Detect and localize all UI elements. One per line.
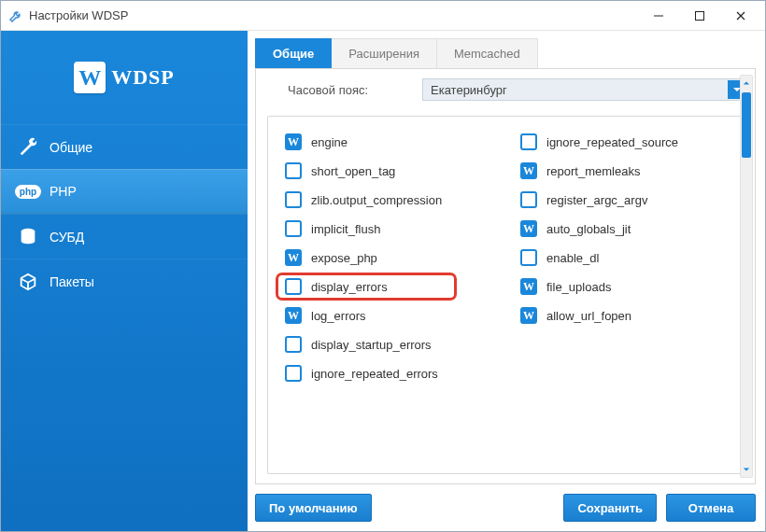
option-label: display_errors [311,280,388,294]
logo: W WDSP [1,31,248,124]
button-label: Отмена [688,501,733,515]
checkbox[interactable] [285,336,302,353]
scrollbar-thumb[interactable] [742,92,751,158]
option-label: short_open_tag [311,164,395,178]
window-title: Настройки WDSP [29,8,128,22]
option-auto-globals-jit[interactable]: auto_globals_jit [520,220,737,237]
option-label: engine [311,135,348,149]
tab-label: Memcached [454,47,520,61]
option-zlib-output-compression[interactable]: zlib.output_compression [285,191,502,208]
logo-text: WDSP [111,65,175,90]
default-button[interactable]: По умолчанию [255,494,372,522]
main-panel: Общие Расширения Memcached Часовой пояс:… [248,31,765,531]
sidebar-item-label: СУБД [50,230,84,245]
option-label: zlib.output_compression [311,193,442,207]
option-short-open-tag[interactable]: short_open_tag [285,162,502,179]
checkbox[interactable] [520,307,537,324]
svg-rect-1 [696,11,704,20]
checkbox[interactable] [520,191,537,208]
sidebar-item-label: Пакеты [50,274,94,289]
tab-extensions[interactable]: Расширения [332,38,437,68]
logo-badge: W [74,62,106,93]
sidebar-item-label: Общие [50,140,92,155]
option-label: implicit_flush [311,222,380,236]
option-label: log_errors [311,309,366,323]
sidebar-item-general[interactable]: Общие [1,124,248,169]
maximize-button[interactable] [679,2,720,30]
scroll-up-icon[interactable] [741,76,752,91]
checkbox[interactable] [285,191,302,208]
tab-general[interactable]: Общие [255,38,332,68]
option-display-errors[interactable]: display_errors [285,278,502,295]
checkbox[interactable] [520,220,537,237]
option-ignore-repeated-errors[interactable]: ignore_repeated_errors [285,365,502,382]
minimize-button[interactable] [638,2,679,30]
wrench-icon [18,137,38,158]
tab-label: Расширения [348,47,419,61]
titlebar: Настройки WDSP [1,1,765,31]
option-label: display_startup_errors [311,338,432,352]
option-label: expose_php [311,251,377,265]
option-expose-php[interactable]: expose_php [285,249,502,266]
sidebar-item-packages[interactable]: Пакеты [1,259,248,303]
timezone-value: Екатеринбург [431,83,507,97]
checkbox[interactable] [520,278,537,295]
php-options-box: engineignore_repeated_sourceshort_open_t… [267,116,749,474]
save-button[interactable]: Сохранить [563,494,657,522]
checkbox[interactable] [285,365,302,382]
settings-window: Настройки WDSP W WDSP Общие [0,0,766,532]
tab-memcached[interactable]: Memcached [437,38,538,68]
tabs: Общие Расширения Memcached [248,38,756,68]
option-display-startup-errors[interactable]: display_startup_errors [285,336,502,353]
scroll-down-icon[interactable] [741,462,752,477]
checkbox[interactable] [285,162,302,179]
timezone-label: Часовой пояс: [288,83,409,97]
option-report-memleaks[interactable]: report_memleaks [520,162,737,179]
option-label: file_uploads [546,280,611,294]
checkbox[interactable] [285,220,302,237]
sidebar-item-db[interactable]: СУБД [1,214,248,259]
checkbox[interactable] [520,249,537,266]
checkbox[interactable] [285,307,302,324]
wrench-icon [8,8,23,23]
option-engine[interactable]: engine [285,133,502,150]
option-ignore-repeated-source[interactable]: ignore_repeated_source [520,133,737,150]
close-button[interactable] [720,2,761,30]
svg-rect-0 [654,15,663,16]
tab-label: Общие [273,47,314,61]
button-label: По умолчанию [269,501,358,515]
php-icon: php [18,181,38,202]
package-icon [18,272,38,292]
cancel-button[interactable]: Отмена [666,494,756,522]
footer-buttons: По умолчанию Сохранить Отмена [248,484,756,522]
option-label: allow_url_fopen [546,309,631,323]
sidebar-nav: Общие php PHP СУБД Пакеты [1,124,248,303]
option-enable-dl[interactable]: enable_dl [520,249,737,266]
checkbox[interactable] [520,162,537,179]
option-label: ignore_repeated_errors [311,367,438,381]
option-log-errors[interactable]: log_errors [285,307,502,324]
checkbox[interactable] [285,278,302,295]
sidebar-item-label: PHP [50,184,77,199]
option-file-uploads[interactable]: file_uploads [520,278,737,295]
sidebar-item-php[interactable]: php PHP [1,169,248,214]
timezone-row: Часовой пояс: Екатеринбург [288,78,749,101]
option-register-argc-argv[interactable]: register_argc_argv [520,191,737,208]
option-implicit-flush[interactable]: implicit_flush [285,220,502,237]
checkbox[interactable] [285,133,302,150]
vertical-scrollbar[interactable] [740,75,753,478]
option-label: auto_globals_jit [546,222,631,236]
button-label: Сохранить [577,501,643,515]
option-label: ignore_repeated_source [546,135,678,149]
sidebar: W WDSP Общие php PHP СУ [1,31,248,531]
database-icon [18,227,38,247]
checkbox[interactable] [520,133,537,150]
option-label: enable_dl [546,251,599,265]
option-label: register_argc_argv [546,193,647,207]
settings-panel: Часовой пояс: Екатеринбург engineignore_… [255,68,756,484]
option-label: report_memleaks [546,164,640,178]
checkbox[interactable] [285,249,302,266]
timezone-select[interactable]: Екатеринбург [422,78,749,101]
option-allow-url-fopen[interactable]: allow_url_fopen [520,307,737,324]
